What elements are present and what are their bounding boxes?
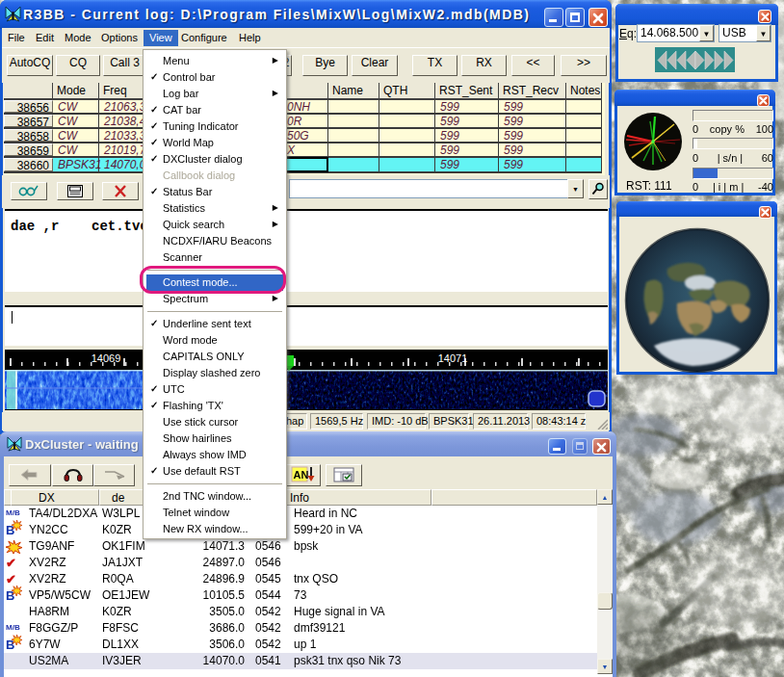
svg-text:AN: AN [294, 469, 309, 481]
svg-text:14071: 14071 [438, 352, 468, 364]
svg-text:14069: 14069 [91, 352, 121, 364]
